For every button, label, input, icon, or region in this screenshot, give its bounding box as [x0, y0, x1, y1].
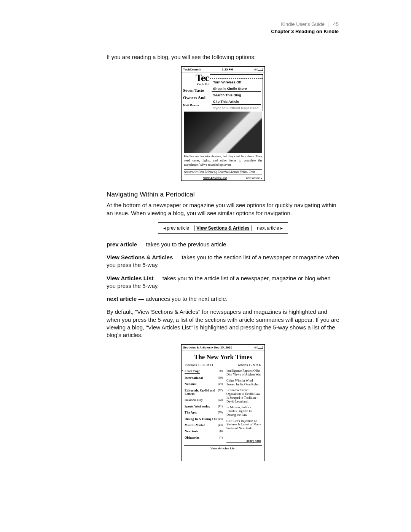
section-item[interactable]: Dining In & Dining Out(14)	[185, 416, 223, 422]
app-title: TechCrunch	[183, 68, 201, 71]
articles-range: Articles 1 - 5 of 6	[238, 363, 261, 367]
definition-prev: prev article — takes you to the previous…	[107, 241, 339, 248]
intro-text: If you are reading a blog, you will see …	[107, 53, 339, 61]
clock: 2:25 PM	[222, 68, 233, 71]
content-column: If you are reading a blog, you will see …	[107, 53, 339, 471]
section-item[interactable]: National(14)	[185, 381, 223, 387]
menu-item-search-blog[interactable]: Search This Blog	[212, 92, 261, 98]
menu-item-wireless-off[interactable]: Turn Wireless Off	[212, 79, 261, 85]
view-articles-list-footer[interactable]: View Articles List	[184, 445, 262, 450]
section-item[interactable]: International(19)	[185, 375, 223, 381]
document-page: Kindle User's Guide | 45 Chapter 3 Readi…	[0, 0, 411, 532]
prev-article-label: prev article	[167, 225, 189, 231]
nav-bar-figure: ◀ prev article View Sections & Articles …	[158, 222, 288, 234]
signal-icon	[254, 346, 256, 349]
battery-icon	[258, 68, 263, 71]
article-item[interactable]: Cliff Lee's Rejection of Yankees Is Late…	[226, 418, 261, 431]
sections-range: Sections 1 - 11 of 11	[185, 363, 213, 367]
section-item[interactable]: Obituaries(1)	[185, 435, 223, 441]
view-sections-articles-button[interactable]: View Sections & Articles	[194, 225, 252, 231]
articles-list: Intelligence Reports Offer Dim Views of …	[226, 368, 261, 443]
triangle-left-icon: ◀	[163, 227, 166, 230]
chapter-title: Chapter 3 Reading on Kindle	[271, 29, 339, 35]
term-view-sections: View Sections & Articles	[107, 254, 173, 260]
breadcrumb: Sections & Articles ▸ Dec 15, 2010	[183, 346, 232, 349]
section-item[interactable]: Most E-Mailed(14)	[185, 422, 223, 428]
menu-item-shop[interactable]: Shop in Kindle Store	[212, 85, 261, 92]
section-item[interactable]: New York(8)	[185, 428, 223, 435]
menu-item-sync: Sync to Furthest Page Read	[212, 105, 261, 111]
menu-item-clip-article[interactable]: Clip This Article	[212, 98, 261, 105]
header-divider: |	[326, 21, 332, 27]
default-behavior-text: By default, "View Sections & Articles" f…	[107, 308, 339, 339]
triangle-right-icon: ▶	[280, 227, 283, 230]
next-article-preview: next article: First Release Of Crunchies…	[184, 169, 262, 174]
next-article-link[interactable]: next article ▸	[246, 176, 262, 180]
blog-menu-screenshot: TechCrunch 2:25 PM Tec Kindle Edi Seven …	[181, 66, 265, 181]
page-header: Kindle User's Guide | 45 Chapter 3 Readi…	[271, 21, 339, 35]
definition-next: next article — advances you to the next …	[107, 295, 339, 303]
page-number: 45	[333, 21, 339, 27]
next-article-label: next article	[257, 225, 279, 231]
article-item[interactable]: China Wins in Wind Power, by Its Own Rul…	[226, 378, 261, 388]
desc-next-article: — advances you to the next article.	[137, 296, 227, 302]
article-item[interactable]: In Mexico, Politics Enables Fugitive to …	[226, 404, 261, 418]
nav-intro-text: At the bottom of a newspaper or magazine…	[107, 201, 339, 217]
article-headline: Owners And	[183, 95, 209, 100]
section-item[interactable]: ▸Front Page(6)	[185, 368, 223, 375]
blog-logo: Tec	[183, 75, 209, 80]
sections-articles-screenshot: Sections & Articles ▸ Dec 15, 2010 The N…	[181, 344, 265, 461]
status-icons	[254, 68, 263, 71]
menu-top-border	[210, 75, 263, 79]
article-photo	[184, 112, 262, 153]
device-status-bar: Sections & Articles ▸ Dec 15, 2010	[182, 345, 264, 350]
article-headline: Seven Taste	[183, 88, 209, 93]
guide-title: Kindle User's Guide	[281, 21, 324, 27]
section-heading: Navigating Within a Periodical	[107, 191, 339, 198]
term-view-articles-list: View Articles List	[107, 275, 153, 281]
section-item[interactable]: Sports Wednesday(21)	[185, 403, 223, 409]
prev-next-nav[interactable]: prev|next	[226, 431, 261, 443]
article-caption: Kindles are fantastic devices, but they …	[184, 154, 262, 167]
newspaper-masthead: The New York Times	[182, 353, 264, 361]
device-status-bar: TechCrunch 2:25 PM	[182, 67, 264, 72]
section-item[interactable]: Editorials, Op-Ed and Letters(12)	[185, 387, 223, 397]
article-byline: Matt Burns	[183, 104, 209, 107]
term-next-article: next article	[107, 296, 137, 302]
bullet-icon: ▸	[182, 369, 183, 372]
prev-label[interactable]: prev	[247, 439, 253, 443]
article-item[interactable]: Intelligence Reports Offer Dim Views of …	[226, 368, 261, 378]
prev-article-button[interactable]: ◀ prev article	[158, 225, 194, 231]
section-item[interactable]: Business Day(23)	[185, 397, 223, 403]
sections-list: ▸Front Page(6) International(19) Nationa…	[185, 368, 223, 443]
options-menu: Turn Wireless Off Shop in Kindle Store S…	[210, 74, 263, 111]
signal-icon	[254, 68, 256, 71]
definition-val: View Articles List — takes you to the ar…	[107, 275, 339, 290]
battery-icon	[258, 346, 263, 349]
view-articles-list-link[interactable]: View Articles List	[203, 176, 227, 180]
term-prev-article: prev article	[107, 241, 137, 248]
section-item[interactable]: The Arts(19)	[185, 410, 223, 416]
status-icons	[254, 346, 263, 349]
desc-prev-article: — takes you to the previous article.	[137, 241, 228, 248]
definition-vsa: View Sections & Articles — takes you to …	[107, 254, 339, 269]
article-item[interactable]: Economic Scene: Opposition to Health Law…	[226, 387, 261, 404]
next-label[interactable]: next	[255, 439, 261, 443]
next-article-button[interactable]: next article ▶	[252, 225, 288, 231]
